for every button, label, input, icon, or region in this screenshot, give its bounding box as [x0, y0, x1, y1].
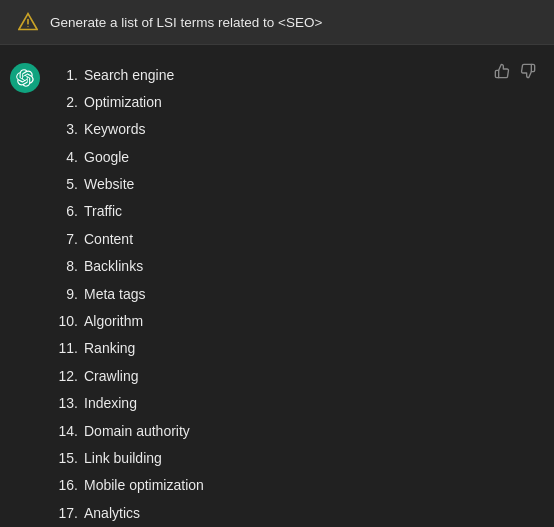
- item-text: Backlinks: [84, 255, 143, 277]
- item-number: 17.: [52, 502, 84, 524]
- item-number: 1.: [52, 64, 84, 86]
- item-number: 8.: [52, 255, 84, 277]
- item-text: Domain authority: [84, 420, 190, 442]
- item-text: Algorithm: [84, 310, 143, 332]
- item-text: Content: [84, 228, 133, 250]
- list-item: 11.Ranking: [52, 335, 538, 362]
- list-item: 3.Keywords: [52, 116, 538, 143]
- item-text: Crawling: [84, 365, 138, 387]
- list-item: 4.Google: [52, 143, 538, 170]
- list-item: 8.Backlinks: [52, 253, 538, 280]
- item-number: 5.: [52, 173, 84, 195]
- item-text: Analytics: [84, 502, 140, 524]
- main-content: 1.Search engine2.Optimization3.Keywords4…: [0, 45, 554, 527]
- list-item: 13.Indexing: [52, 390, 538, 417]
- response-area: 1.Search engine2.Optimization3.Keywords4…: [40, 61, 554, 527]
- list-item: 1.Search engine: [52, 61, 538, 88]
- prompt-text: Generate a list of LSI terms related to …: [50, 15, 322, 30]
- item-number: 3.: [52, 118, 84, 140]
- item-text: Search engine: [84, 64, 174, 86]
- item-number: 10.: [52, 310, 84, 332]
- list-item: 14.Domain authority: [52, 417, 538, 444]
- item-number: 14.: [52, 420, 84, 442]
- item-text: Indexing: [84, 392, 137, 414]
- item-number: 12.: [52, 365, 84, 387]
- list-item: 9.Meta tags: [52, 280, 538, 307]
- lsi-terms-list: 1.Search engine2.Optimization3.Keywords4…: [52, 61, 538, 527]
- chatgpt-avatar: [10, 63, 40, 93]
- item-number: 4.: [52, 146, 84, 168]
- item-number: 9.: [52, 283, 84, 305]
- item-text: Website: [84, 173, 134, 195]
- item-number: 15.: [52, 447, 84, 469]
- action-buttons: [492, 61, 538, 81]
- item-number: 13.: [52, 392, 84, 414]
- list-item: 7.Content: [52, 225, 538, 252]
- item-text: Link building: [84, 447, 162, 469]
- header-bar: Generate a list of LSI terms related to …: [0, 0, 554, 45]
- item-number: 16.: [52, 474, 84, 496]
- item-number: 11.: [52, 337, 84, 359]
- svg-point-1: [27, 26, 28, 27]
- list-item: 12.Crawling: [52, 362, 538, 389]
- list-item: 2.Optimization: [52, 88, 538, 115]
- list-item: 15.Link building: [52, 444, 538, 471]
- list-item: 17.Analytics: [52, 499, 538, 526]
- item-text: Ranking: [84, 337, 135, 359]
- item-text: Traffic: [84, 200, 122, 222]
- item-text: Meta tags: [84, 283, 145, 305]
- list-item: 5.Website: [52, 171, 538, 198]
- item-number: 7.: [52, 228, 84, 250]
- list-item: 16.Mobile optimization: [52, 472, 538, 499]
- item-text: Google: [84, 146, 129, 168]
- item-number: 6.: [52, 200, 84, 222]
- item-text: Mobile optimization: [84, 474, 204, 496]
- thumbs-up-button[interactable]: [492, 61, 512, 81]
- item-text: Optimization: [84, 91, 162, 113]
- item-text: Keywords: [84, 118, 145, 140]
- list-item: 10.Algorithm: [52, 308, 538, 335]
- warning-icon: [16, 10, 40, 34]
- thumbs-down-button[interactable]: [518, 61, 538, 81]
- item-number: 2.: [52, 91, 84, 113]
- list-item: 6.Traffic: [52, 198, 538, 225]
